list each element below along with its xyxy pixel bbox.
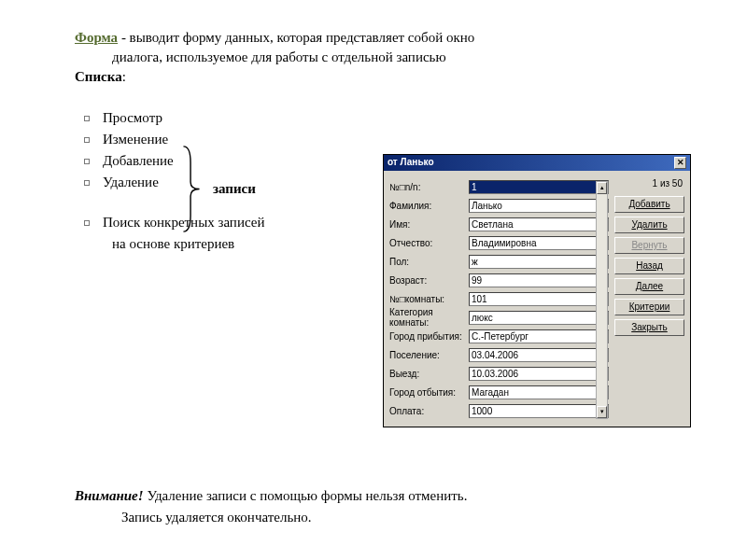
- close-button[interactable]: Закрыть: [614, 319, 684, 336]
- footer-note: Внимание! Удаление записи с помощью форм…: [75, 485, 700, 527]
- bullet-icon: [84, 116, 90, 121]
- footer-line1: Удаление записи с помощью формы нельзя о…: [144, 488, 468, 503]
- brace-label: записи: [213, 181, 256, 197]
- list-item: Просмотр: [84, 110, 700, 126]
- field-input[interactable]: Ланько: [469, 199, 609, 213]
- field-input[interactable]: люкс: [469, 311, 609, 325]
- field-input[interactable]: 10.03.2006: [469, 367, 609, 381]
- field-row: №□комнаты:101: [389, 290, 609, 307]
- field-row: Выезд:10.03.2006: [389, 365, 609, 382]
- field-input[interactable]: Владимировна: [469, 236, 609, 250]
- dialog-title-text: от Ланько: [388, 157, 434, 169]
- field-row: Отчество:Владимировна: [389, 234, 609, 251]
- field-input[interactable]: ж: [469, 255, 609, 269]
- bullet-icon: [84, 220, 90, 226]
- field-row: Поселение:03.04.2006: [389, 346, 609, 363]
- heading-text-1: - выводит форму данных, которая представ…: [118, 30, 474, 45]
- heading-text-2: диалога, используемое для работы с отдел…: [112, 49, 446, 64]
- criteria-button[interactable]: Критерии: [614, 299, 684, 315]
- delete-button[interactable]: Удалить: [614, 217, 684, 233]
- scroll-down-icon[interactable]: ▾: [597, 406, 607, 418]
- bullet-icon: [84, 137, 90, 143]
- field-input[interactable]: С.-Петербург: [469, 329, 609, 343]
- bullet-icon: [84, 159, 90, 164]
- field-input[interactable]: 99: [469, 273, 609, 287]
- scrollbar[interactable]: ▴ ▾: [596, 181, 608, 419]
- field-row: Город прибытия:С.-Петербург: [389, 328, 609, 344]
- next-button[interactable]: Далее: [614, 278, 684, 295]
- field-row: №□n/n:1: [389, 178, 609, 195]
- brace-icon: [177, 145, 205, 233]
- dialog-buttons: 1 из 50 Добавить Удалить Вернуть Назад Д…: [614, 176, 684, 421]
- heading: Форма - выводит форму данных, которая пр…: [75, 28, 700, 87]
- close-icon[interactable]: ✕: [674, 157, 686, 169]
- bullet-icon: [84, 180, 90, 186]
- field-row: Оплата:1000: [389, 402, 609, 419]
- restore-button: Вернуть: [614, 237, 684, 254]
- field-input[interactable]: Магадан: [469, 385, 609, 399]
- field-input[interactable]: Светлана: [469, 217, 609, 231]
- field-input[interactable]: 03.04.2006: [469, 348, 609, 362]
- field-row: Категория комнаты:люкс: [389, 309, 609, 326]
- field-input[interactable]: 1: [469, 180, 609, 194]
- footer-line2: Запись удаляется окончательно.: [121, 510, 312, 525]
- field-row: Возраст:99: [389, 272, 609, 288]
- list-item: Изменение: [84, 132, 700, 147]
- field-row: Имя:Светлана: [389, 216, 609, 232]
- dialog-titlebar: от Ланько ✕: [384, 155, 690, 171]
- attention-label: Внимание!: [75, 488, 144, 503]
- field-row: Город отбытия:Магадан: [389, 384, 609, 400]
- field-row: Фамилия:Ланько: [389, 197, 609, 214]
- list-label: Списка: [75, 69, 122, 84]
- colon: :: [122, 69, 126, 84]
- brace-group: записи: [177, 145, 256, 233]
- add-button[interactable]: Добавить: [614, 196, 684, 213]
- field-row: Пол:ж: [389, 253, 609, 270]
- scroll-up-icon[interactable]: ▴: [597, 182, 607, 194]
- dialog-fields: №□n/n:1 Фамилия:Ланько Имя:Светлана Отче…: [389, 176, 609, 421]
- form-link[interactable]: Форма: [75, 30, 118, 45]
- field-input[interactable]: 101: [469, 292, 609, 306]
- field-input[interactable]: 1000: [469, 404, 609, 418]
- record-counter: 1 из 50: [614, 178, 683, 189]
- data-form-dialog: от Ланько ✕ №□n/n:1 Фамилия:Ланько Имя:С…: [383, 154, 691, 427]
- prev-button[interactable]: Назад: [614, 258, 684, 274]
